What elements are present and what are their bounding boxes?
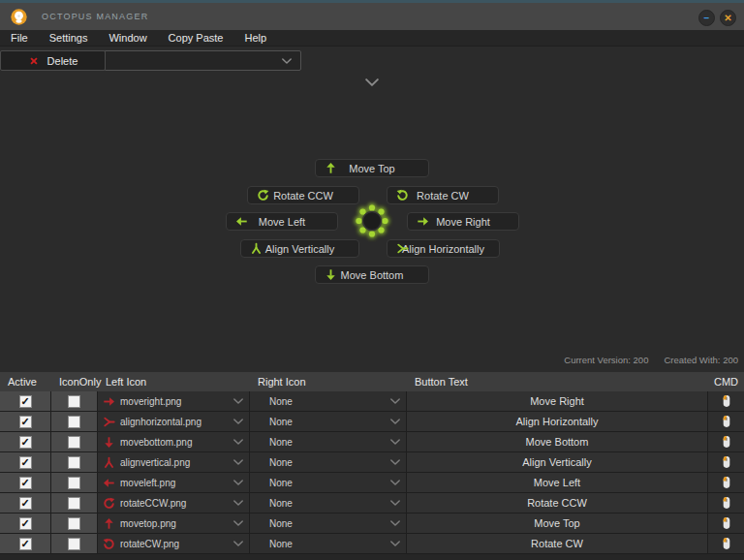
button-text-cell[interactable]: Move Bottom [407, 432, 708, 451]
active-cell [0, 452, 51, 472]
left-icon-dropdown[interactable]: alignhorizontal.png [98, 412, 250, 431]
left-icon-filename: moveright.png [120, 396, 181, 407]
right-icon-dropdown[interactable]: None [250, 534, 407, 553]
chevron-down-icon [232, 497, 244, 509]
toolbar-expander-chevron-icon[interactable] [363, 74, 381, 83]
cmd-cell[interactable] [708, 412, 744, 431]
cmd-cell[interactable] [708, 432, 744, 451]
align-horizontal-icon [396, 242, 409, 255]
active-cell [0, 432, 51, 451]
right-icon-dropdown[interactable]: None [250, 412, 407, 431]
preset-action-button[interactable]: Delete [0, 50, 106, 71]
chevron-down-icon [389, 456, 401, 468]
active-checkbox[interactable] [19, 436, 32, 449]
mouse-icon [721, 475, 732, 490]
table-row: rotateCCW.png None Rotate CCW [0, 493, 744, 513]
octopus-spinner-icon [351, 200, 393, 242]
right-icon-dropdown[interactable]: None [250, 513, 407, 533]
chevron-down-icon [281, 55, 293, 67]
right-icon-dropdown[interactable]: None [250, 493, 407, 513]
left-icon-dropdown[interactable]: alignvertical.png [98, 452, 250, 472]
align-vertical-icon [250, 242, 263, 255]
align-vertically-button[interactable]: Align Vertically [240, 239, 359, 258]
minimize-button[interactable]: − [698, 10, 715, 26]
menu-item[interactable]: File [0, 30, 39, 46]
icononly-checkbox[interactable] [68, 436, 80, 449]
move-right-button[interactable]: Move Right [407, 212, 519, 231]
mouse-icon [721, 393, 732, 409]
icononly-checkbox[interactable] [68, 538, 80, 550]
icononly-cell [51, 452, 98, 472]
right-icon-value: None [269, 417, 293, 427]
left-icon-dropdown[interactable]: rotateCW.png [98, 534, 250, 553]
left-icon-preview-icon [103, 436, 115, 449]
left-icon-filename: rotateCCW.png [120, 498, 186, 509]
move-top-button[interactable]: Move Top [315, 159, 429, 177]
right-icon-dropdown[interactable]: None [250, 391, 407, 411]
icononly-checkbox[interactable] [68, 456, 80, 469]
right-icon-dropdown[interactable]: None [250, 432, 407, 451]
column-header-cmd: CMD [708, 376, 744, 388]
move-left-button[interactable]: Move Left [226, 212, 338, 231]
active-cell [0, 534, 51, 553]
menu-item[interactable]: Window [98, 30, 157, 46]
rotate-ccw-button[interactable]: Rotate CCW [247, 186, 359, 204]
cmd-cell[interactable] [708, 513, 744, 533]
active-checkbox[interactable] [19, 395, 32, 408]
column-header-righticon: Right Icon [250, 376, 407, 388]
right-icon-value: None [269, 457, 293, 468]
right-icon-dropdown[interactable]: None [250, 473, 407, 492]
window-title: OCTOPUS MANAGER [42, 12, 148, 21]
button-text-cell[interactable]: Align Horizontally [407, 412, 708, 431]
menu-item[interactable]: Copy Paste [158, 30, 234, 46]
icononly-checkbox[interactable] [68, 395, 80, 408]
left-icon-preview-icon [103, 538, 115, 550]
icononly-checkbox[interactable] [68, 416, 80, 428]
icononly-checkbox[interactable] [68, 517, 80, 530]
column-header-icononly: IconOnly [51, 376, 98, 388]
button-text-cell[interactable]: Move Top [407, 513, 708, 533]
cmd-cell[interactable] [708, 473, 744, 492]
active-checkbox[interactable] [19, 538, 32, 550]
left-icon-preview-icon [103, 517, 115, 530]
right-icon-dropdown[interactable]: None [250, 452, 407, 472]
menu-item[interactable]: Help [233, 30, 277, 46]
app-window: OCTOPUS MANAGER − ✕ File Settings Window… [0, 0, 744, 560]
left-icon-dropdown[interactable]: moveright.png [98, 391, 250, 411]
chevron-down-icon [232, 456, 244, 468]
icononly-checkbox[interactable] [68, 497, 80, 510]
left-icon-dropdown[interactable]: rotateCCW.png [98, 493, 250, 513]
rotate-cw-button[interactable]: Rotate CW [387, 186, 499, 204]
active-checkbox[interactable] [19, 517, 32, 530]
button-text-cell[interactable]: Move Right [407, 391, 708, 411]
left-icon-dropdown[interactable]: moveleft.png [98, 473, 250, 492]
right-icon-value: None [269, 478, 293, 488]
button-text-cell[interactable]: Rotate CW [407, 534, 708, 553]
button-icon [28, 55, 40, 67]
chevron-down-icon [389, 497, 401, 509]
button-text-cell[interactable]: Rotate CCW [407, 493, 708, 513]
left-icon-preview-icon [103, 497, 115, 510]
active-checkbox[interactable] [19, 497, 32, 510]
button-text-value: Move Bottom [526, 436, 589, 448]
cmd-cell[interactable] [708, 391, 744, 411]
active-checkbox[interactable] [19, 477, 32, 489]
left-icon-preview-icon [103, 456, 115, 469]
table-row: moveleft.png None Move Left [0, 473, 744, 493]
chevron-down-icon [232, 416, 244, 427]
active-checkbox[interactable] [19, 416, 32, 428]
button-text-cell[interactable]: Move Left [407, 473, 708, 492]
close-button[interactable]: ✕ [720, 10, 736, 26]
active-checkbox[interactable] [19, 456, 32, 469]
cmd-cell[interactable] [708, 534, 744, 553]
move-bottom-button[interactable]: Move Bottom [315, 265, 429, 284]
cmd-cell[interactable] [708, 452, 744, 472]
right-icon-value: None [269, 518, 293, 529]
menu-item[interactable]: Settings [39, 30, 99, 46]
align-horizontally-button[interactable]: Align Horizontally [387, 239, 500, 258]
button-text-cell[interactable]: Align Vertically [407, 452, 708, 472]
left-icon-dropdown[interactable]: movebottom.png [98, 432, 250, 451]
cmd-cell[interactable] [708, 493, 744, 513]
left-icon-dropdown[interactable]: movetop.png [98, 513, 250, 533]
icononly-checkbox[interactable] [68, 477, 80, 489]
